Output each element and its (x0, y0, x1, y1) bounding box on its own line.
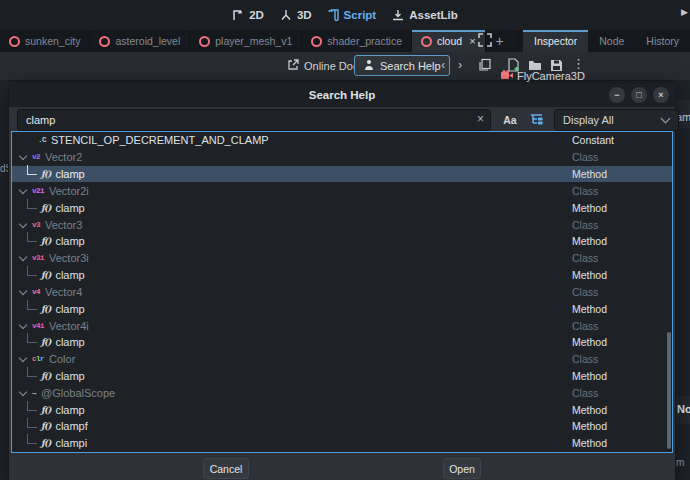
online-docs-button[interactable]: Online Docs (287, 57, 364, 75)
tree-row[interactable]: ƒ()clampMethod (12, 233, 672, 250)
tree-row-label: clamp (55, 235, 84, 247)
collapse-chevron-icon[interactable] (19, 186, 27, 194)
collapse-chevron-icon[interactable] (19, 354, 27, 362)
script-tab-sunken_city[interactable]: sunken_city (0, 30, 90, 52)
script-tab-cloud[interactable]: cloud× (412, 30, 486, 52)
tree-row[interactable]: clrColorClass (12, 351, 672, 368)
search-results-tree[interactable]: .CSTENCIL_OP_DECREMENT_AND_CLAMPConstant… (11, 131, 673, 453)
tree-row-label: @GlobalScope (41, 387, 115, 399)
collapse-chevron-icon[interactable] (19, 287, 27, 295)
close-icon[interactable]: × (653, 87, 669, 103)
tree-branch-line (27, 434, 37, 444)
tree-row[interactable]: v4Vector4Class (12, 283, 672, 300)
shader-file-icon (9, 36, 20, 47)
tree-branch-line (27, 232, 37, 242)
tree-row[interactable]: ƒ()clampMethod (12, 401, 672, 418)
menu-item-2d[interactable]: 2D (232, 9, 264, 21)
tree-row[interactable]: v2Vector2Class (12, 149, 672, 166)
tree-row-label: clampf (55, 420, 87, 432)
collapse-chevron-icon[interactable] (19, 253, 27, 261)
history-back-button[interactable]: ‹ (441, 57, 445, 72)
tree-row-label: clamp (55, 269, 84, 281)
tree-branch-line (27, 300, 37, 310)
dock-tab-node[interactable]: Node (588, 30, 635, 52)
script-tab-label: player_mesh_v1 (215, 35, 292, 47)
dock-tabs: InspectorNodeHistory (518, 30, 690, 52)
collapse-chevron-icon[interactable] (19, 320, 27, 328)
vector3-class-icon: v3 (32, 221, 40, 229)
tree-row[interactable]: ƒ()clampMethod (12, 166, 672, 183)
tree-row[interactable]: ƒ()clampiMethod (12, 435, 672, 452)
clear-search-icon[interactable]: × (477, 112, 484, 126)
color-icon-letter: r (40, 355, 44, 363)
tree-row-label: clamp (55, 202, 84, 214)
tree-row[interactable]: ƒ()clampMethod (12, 300, 672, 317)
collapse-chevron-icon[interactable] (19, 152, 27, 160)
dialog-titlebar[interactable]: Search Help − □ × (9, 83, 675, 107)
dialog-title: Search Help (309, 89, 375, 101)
cancel-button[interactable]: Cancel (203, 458, 249, 479)
menu-item-label: Script (344, 9, 377, 21)
tree-row[interactable]: v3iVector3iClass (12, 250, 672, 267)
panel-toggle-arrow-icon[interactable]: ▶ (681, 7, 688, 17)
tree-row[interactable]: ƒ()clampMethod (12, 267, 672, 284)
tree-row[interactable]: .CSTENCIL_OP_DECREMENT_AND_CLAMPConstant (12, 132, 672, 149)
minimize-icon[interactable]: − (609, 87, 625, 103)
tree-row-label: Vector4i (49, 320, 89, 332)
constant-icon: .C (38, 136, 46, 144)
tree-row-label: clamp (55, 168, 84, 180)
tree-row-type: Class (572, 387, 598, 399)
dock-tab-inspector[interactable]: Inspector (523, 30, 588, 52)
method-icon: ƒ() (41, 203, 50, 213)
tree-row-type: Method (572, 404, 607, 416)
dock-tab-history[interactable]: History (635, 30, 690, 52)
top-menu-bar: 2D3DScriptAssetLib (0, 0, 690, 31)
case-sensitive-toggle[interactable]: Aa (499, 109, 521, 131)
collapse-chevron-icon[interactable] (19, 219, 27, 227)
scripts-panel-icon[interactable] (478, 58, 492, 76)
resource-menu-dots-icon[interactable]: ⋮ (572, 56, 585, 71)
tree-scrollbar[interactable] (667, 332, 671, 449)
method-icon: ƒ() (41, 270, 50, 280)
tree-row[interactable]: v4iVector4iClass (12, 317, 672, 334)
search-input[interactable] (18, 110, 470, 129)
tree-row-type: Method (572, 437, 607, 449)
display-filter-dropdown[interactable]: Display All (554, 109, 679, 131)
tree-row-type: Method (572, 420, 607, 432)
tree-row[interactable]: →@GlobalScopeClass (12, 384, 672, 401)
tree-row[interactable]: ƒ()clampMethod (12, 199, 672, 216)
shader-file-icon (99, 36, 110, 47)
show-hierarchy-toggle[interactable] (525, 109, 547, 131)
tree-row-type: Method (572, 370, 607, 382)
open-button[interactable]: Open (443, 458, 481, 479)
external-link-icon (287, 59, 299, 73)
script-tab-asteroid_level[interactable]: asteroid_level (90, 30, 190, 52)
tree-row-label: Vector2i (49, 185, 89, 197)
script-tab-shader_practice[interactable]: shader_practice (302, 30, 412, 52)
collapse-chevron-icon[interactable] (19, 388, 27, 396)
method-icon: ƒ() (41, 371, 50, 381)
history-forward-button[interactable]: › (458, 57, 462, 72)
script-tab-label: sunken_city (25, 35, 80, 47)
tree-row[interactable]: ƒ()clampMethod (12, 334, 672, 351)
tree-row[interactable]: v2iVector2iClass (12, 182, 672, 199)
vector4i-class-icon: v4i (32, 322, 44, 330)
chevron-down-icon (661, 114, 671, 124)
tree-row[interactable]: ƒ()clampMethod (12, 368, 672, 385)
vector2-class-icon: v2 (32, 153, 40, 161)
tree-row-label: clamp (55, 404, 84, 416)
tree-row[interactable]: ƒ()clampfMethod (12, 418, 672, 435)
expand-fullscreen-icon[interactable] (478, 33, 492, 51)
script-tab-strip: sunken_cityasteroid_levelplayer_mesh_v1s… (0, 30, 690, 52)
menu-item-script[interactable]: Script (328, 9, 377, 21)
script-tab-player_mesh_v1[interactable]: player_mesh_v1 (190, 30, 302, 52)
tree-row[interactable]: v3Vector3Class (12, 216, 672, 233)
maximize-icon[interactable]: □ (631, 87, 647, 103)
menu-item-assetlib[interactable]: AssetLib (392, 9, 458, 21)
tree-branch-line (27, 418, 37, 428)
menu-item-3d[interactable]: 3D (280, 9, 312, 21)
search-help-button[interactable]: Search Help (354, 55, 450, 76)
background-text-fragment-right-bottom: m (676, 457, 684, 468)
tree-row-label: clampi (55, 437, 87, 449)
tab-close-icon[interactable]: × (469, 35, 475, 47)
